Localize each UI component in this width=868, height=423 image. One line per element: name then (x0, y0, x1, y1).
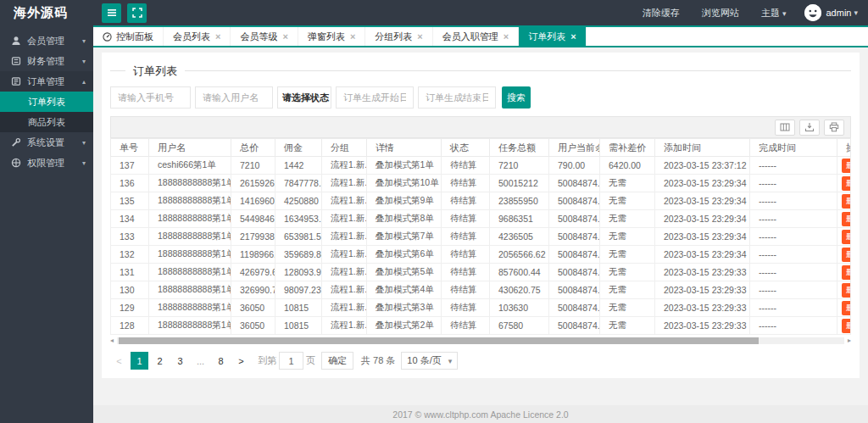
sidebar: 会员管理 ▾ 财务管理 ▾ 订单管理 ▴ 订单列表 商品列表 系统设置 ▾ 权限… (0, 25, 93, 423)
col-group: 分组 (322, 139, 367, 157)
cell-status: 待结算 (442, 228, 490, 246)
tab-order-list[interactable]: 订单列表× (519, 27, 586, 46)
tab-dashboard[interactable]: 控制面板 (93, 27, 164, 46)
cell-total-price: 426979.66 (231, 264, 275, 281)
theme-menu[interactable]: 主题▾ (750, 7, 798, 19)
print-button[interactable] (824, 120, 844, 136)
page-button-2[interactable]: 2 (151, 352, 169, 370)
scroll-right-icon[interactable]: ▸ (844, 337, 851, 344)
cell-price-diff: 无需 (600, 210, 655, 228)
cell-task-total: 2056566.62 (490, 246, 549, 264)
cell-username: 18888888888第1单 (149, 228, 231, 246)
phone-input[interactable] (110, 86, 191, 109)
delete-button[interactable]: 删除 (842, 230, 851, 244)
tab-popup-list[interactable]: 弹窗列表× (298, 27, 365, 46)
scroll-left-icon[interactable]: ◂ (110, 337, 117, 344)
search-button[interactable]: 搜索 (502, 86, 531, 109)
sidebar-item-order-list[interactable]: 订单列表 (0, 92, 93, 112)
sidebar-item-order[interactable]: 订单管理 ▴ (0, 71, 93, 92)
cell-username: 18888888888第1单 (149, 192, 231, 210)
cell-status: 待结算 (442, 264, 490, 281)
page-button-8[interactable]: 8 (212, 352, 230, 370)
sidebar-item-system[interactable]: 系统设置 ▾ (0, 132, 93, 153)
delete-button[interactable]: 删除 (842, 212, 851, 226)
export-button[interactable] (799, 120, 820, 136)
page-button-3[interactable]: 3 (171, 352, 189, 370)
cell-user-balance: 50084874.97 (549, 210, 600, 228)
delete-button[interactable]: 删除 (842, 319, 851, 333)
sidebar-item-label: 会员管理 (27, 35, 64, 47)
cell-group: 流程1.新... (322, 317, 367, 335)
tab-close-icon[interactable]: × (350, 31, 355, 42)
orders-table: 单号用户名总价佣金分组详情状态任务总额用户当前余额需补差价添加时间完成时间操作 … (110, 138, 851, 335)
sidebar-item-label: 订单管理 (27, 75, 64, 88)
sidebar-group-order: 订单管理 ▴ 订单列表 商品列表 (0, 71, 93, 132)
sidebar-item-permission[interactable]: 权限管理 ▾ (0, 153, 93, 173)
cell-total-price: 26159262 (231, 175, 275, 192)
delete-button[interactable]: 删除 (842, 265, 851, 280)
user-menu[interactable]: admin▾ (826, 8, 859, 18)
clear-cache-link[interactable]: 清除缓存 (632, 7, 691, 19)
page-ellipsis: ... (192, 352, 209, 370)
app-logo: 海外源码 (0, 5, 93, 21)
per-page-select[interactable]: 10 条/页 ▾ (401, 352, 458, 370)
jump-page-input[interactable] (279, 352, 303, 370)
cell-order-no: 131 (111, 264, 149, 281)
delete-button[interactable]: 删除 (842, 194, 851, 209)
cell-action: 删除 (837, 264, 851, 281)
fullscreen-icon (132, 8, 142, 18)
fullscreen-button[interactable] (127, 3, 147, 23)
next-page-button[interactable]: > (232, 352, 250, 370)
prev-page-button[interactable]: < (110, 352, 128, 370)
browse-site-link[interactable]: 浏览网站 (691, 7, 750, 19)
cell-finish-time: ------ (750, 299, 837, 317)
col-finish-time: 完成时间 (750, 139, 837, 157)
cell-commission: 10815 (275, 299, 322, 317)
cell-commission: 653981.5 (275, 228, 322, 246)
scrollbar-thumb[interactable] (119, 337, 759, 344)
cell-price-diff: 无需 (600, 299, 655, 317)
filter-columns-button[interactable] (775, 120, 795, 136)
tab-close-icon[interactable]: × (504, 31, 509, 42)
delete-button[interactable]: 删除 (842, 301, 851, 315)
tab-member-entry[interactable]: 会员入职管理× (433, 27, 519, 46)
scrollbar-track[interactable] (117, 337, 844, 344)
tab-member-list[interactable]: 会员列表× (164, 27, 231, 46)
delete-button[interactable]: 删除 (842, 159, 851, 173)
collapse-menu-button[interactable] (102, 3, 121, 23)
col-total-price: 总价 (231, 139, 275, 157)
tab-bar: 控制面板会员列表×会员等级×弹窗列表×分组列表×会员入职管理×订单列表× (93, 25, 868, 47)
settings-icon (11, 137, 22, 147)
tab-close-icon[interactable]: × (215, 31, 220, 42)
cell-commission: 4250880 (275, 192, 322, 210)
sidebar-item-finance[interactable]: 财务管理 ▾ (0, 51, 93, 71)
tab-close-icon[interactable]: × (570, 31, 576, 42)
cell-finish-time: ------ (750, 317, 837, 335)
status-select[interactable]: 请选择状态 (277, 86, 331, 109)
cell-user-balance: 50084874.97 (549, 299, 600, 317)
date-end-input[interactable] (418, 86, 496, 109)
cell-add-time: 2023-03-15 23:29:34 (655, 228, 750, 246)
cell-order-no: 130 (111, 281, 149, 299)
cell-status: 待结算 (442, 281, 490, 299)
sidebar-item-goods-list[interactable]: 商品列表 (0, 112, 93, 132)
table-row: 13518888888888第1单141696004250880流程1.新...… (111, 192, 851, 210)
cell-add-time: 2023-03-15 23:29:34 (655, 210, 750, 228)
table-row: 13018888888888第1单326990.7598097.23流程1.新.… (111, 281, 851, 299)
delete-button[interactable]: 删除 (842, 176, 851, 191)
delete-button[interactable]: 删除 (842, 248, 851, 262)
page-button-1[interactable]: 1 (131, 352, 148, 370)
date-start-input[interactable] (336, 86, 414, 109)
tab-close-icon[interactable]: × (417, 31, 422, 42)
tab-close-icon[interactable]: × (282, 31, 287, 42)
table-row: 12818888888888第1单3605010815流程1.新...叠加模式第… (111, 317, 851, 335)
cell-user-balance: 50084874.97 (549, 228, 600, 246)
tab-member-level[interactable]: 会员等级× (231, 27, 298, 46)
delete-button[interactable]: 删除 (842, 283, 851, 298)
avatar[interactable] (804, 4, 821, 21)
tab-group-list[interactable]: 分组列表× (365, 27, 432, 46)
confirm-button[interactable]: 确定 (321, 352, 353, 370)
sidebar-item-member[interactable]: 会员管理 ▾ (0, 31, 93, 51)
username-input[interactable] (195, 86, 273, 109)
cell-order-no: 135 (111, 192, 149, 210)
